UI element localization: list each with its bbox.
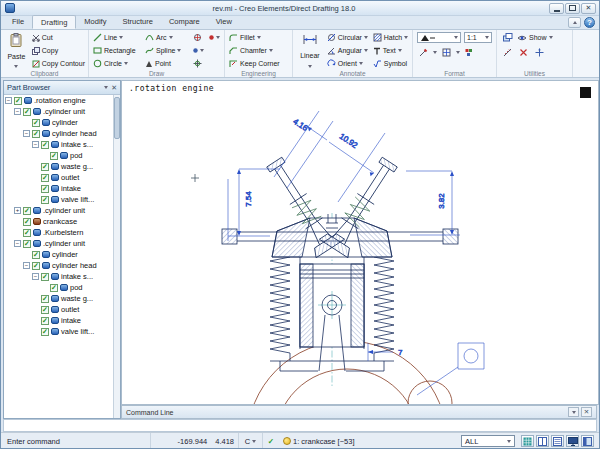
tree-item-label[interactable]: waste g...: [61, 162, 93, 171]
paste-button[interactable]: Paste: [5, 32, 28, 69]
linear-dimension-button[interactable]: Linear: [297, 32, 323, 69]
line-button[interactable]: Line: [93, 32, 141, 43]
snap-point-button[interactable]: [207, 32, 220, 43]
layers-button[interactable]: [501, 32, 514, 43]
tree-item-label[interactable]: intake s...: [61, 140, 93, 149]
tree-expander-icon[interactable]: −: [14, 108, 21, 115]
visibility-checkbox[interactable]: ✓: [41, 196, 49, 204]
visibility-checkbox[interactable]: ✓: [23, 240, 31, 248]
tree-item-label[interactable]: .rotation engine: [34, 96, 86, 105]
tree-item[interactable]: −✓cylinder head: [4, 128, 113, 139]
tree-item-label[interactable]: cylinder: [52, 250, 78, 259]
tree-item[interactable]: −✓.rotation engine: [4, 95, 113, 106]
move-button[interactable]: [533, 47, 546, 58]
monitor-button[interactable]: [566, 435, 579, 447]
tree-item-label[interactable]: pod: [70, 151, 83, 160]
tab-view[interactable]: View: [208, 15, 240, 29]
tree-item-label[interactable]: valve lift...: [61, 195, 94, 204]
tree-item[interactable]: −✓cylinder head: [4, 260, 113, 271]
tree-item[interactable]: ✓intake: [4, 183, 113, 194]
tree-item[interactable]: ✓waste g...: [4, 161, 113, 172]
panel-close-icon[interactable]: ✕: [111, 84, 117, 92]
visibility-checkbox[interactable]: ✓: [14, 97, 22, 105]
crosshair-button[interactable]: [191, 58, 204, 69]
dimension-7-54[interactable]: 7.54: [244, 191, 253, 207]
close-button[interactable]: ✕: [581, 3, 596, 14]
tab-drafting[interactable]: Drafting: [32, 15, 76, 29]
tree-item[interactable]: ✓crankcase: [4, 216, 113, 227]
visibility-checkbox[interactable]: ✓: [41, 174, 49, 182]
chamfer-button[interactable]: Chamfer: [229, 45, 289, 56]
tree-item[interactable]: ✓valve lift...: [4, 326, 113, 337]
visibility-checkbox[interactable]: ✓: [32, 119, 40, 127]
tree-item-label[interactable]: outlet: [61, 305, 79, 314]
sheet-badge[interactable]: [580, 87, 591, 98]
tree-item[interactable]: −✓.cylinder unit: [4, 238, 113, 249]
hatch-button[interactable]: Hatch: [373, 32, 409, 43]
tree-expander-icon[interactable]: −: [23, 262, 30, 269]
visibility-checkbox[interactable]: ✓: [50, 152, 58, 160]
dimension-7[interactable]: 7: [398, 348, 403, 357]
visibility-checkbox[interactable]: ✓: [50, 284, 58, 292]
show-filter-dropdown[interactable]: ALL: [461, 435, 515, 447]
tree-expander-icon[interactable]: −: [32, 141, 39, 148]
tree-item-label[interactable]: pod: [70, 283, 83, 292]
visibility-checkbox[interactable]: ✓: [41, 163, 49, 171]
visibility-checkbox[interactable]: ✓: [32, 130, 40, 138]
tree-item[interactable]: −✓intake s...: [4, 139, 113, 150]
circular-dimension-button[interactable]: Circular: [327, 32, 369, 43]
visibility-checkbox[interactable]: ✓: [41, 273, 49, 281]
cut-button[interactable]: Cut: [32, 32, 85, 43]
visibility-checkbox[interactable]: ✓: [23, 108, 31, 116]
tree-item-label[interactable]: intake: [61, 316, 81, 325]
minimize-button[interactable]: [549, 3, 564, 14]
tree-item[interactable]: −✓.cylinder unit: [4, 106, 113, 117]
rectangle-button[interactable]: Rectangle: [93, 45, 141, 56]
tree-item-label[interactable]: intake s...: [61, 272, 93, 281]
orient-button[interactable]: Orient: [327, 58, 369, 69]
tree-item[interactable]: ✓valve lift...: [4, 194, 113, 205]
arrow-style-dropdown[interactable]: [417, 32, 461, 43]
point-button[interactable]: Point: [145, 58, 187, 69]
tree-item-label[interactable]: cylinder head: [52, 261, 97, 270]
tab-file[interactable]: File: [4, 15, 32, 29]
measure-button[interactable]: [501, 47, 514, 58]
visibility-checkbox[interactable]: ✓: [23, 207, 31, 215]
help-button[interactable]: ?: [584, 17, 595, 28]
tree-item[interactable]: ✓pod: [4, 282, 113, 293]
symbol-button[interactable]: Symbol: [373, 58, 409, 69]
tree-item-label[interactable]: .cylinder unit: [43, 107, 85, 116]
visibility-checkbox[interactable]: ✓: [23, 229, 31, 237]
show-button[interactable]: Show: [517, 32, 553, 43]
scale-dropdown[interactable]: 1:1: [464, 32, 492, 43]
tree-expander-icon[interactable]: −: [14, 240, 21, 247]
pen-color-button[interactable]: [417, 47, 430, 58]
scrollbar-thumb[interactable]: [114, 97, 120, 139]
visibility-checkbox[interactable]: ✓: [32, 251, 40, 259]
tree-item[interactable]: ✓cylinder: [4, 117, 113, 128]
tree-item[interactable]: ✓.Kurbelstern: [4, 227, 113, 238]
visibility-checkbox[interactable]: ✓: [41, 141, 49, 149]
panel-menu-icon[interactable]: [104, 86, 108, 89]
tree-item-label[interactable]: .cylinder unit: [43, 239, 85, 248]
visibility-checkbox[interactable]: ✓: [41, 317, 49, 325]
visibility-checkbox[interactable]: ✓: [32, 262, 40, 270]
tree-item[interactable]: ✓intake: [4, 315, 113, 326]
tab-modify[interactable]: Modify: [76, 15, 114, 29]
arc-button[interactable]: Arc: [145, 32, 187, 43]
circle-button[interactable]: Circle: [93, 58, 141, 69]
tree-item-label[interactable]: .Kurbelstern: [43, 228, 83, 237]
visibility-checkbox[interactable]: ✓: [41, 185, 49, 193]
command-line-close-button[interactable]: ✕: [581, 407, 592, 417]
active-part-cell[interactable]: 1: crankcase [~53]: [279, 433, 359, 449]
visibility-checkbox[interactable]: ✓: [41, 328, 49, 336]
dimension-3-82[interactable]: 3.82: [437, 193, 446, 209]
copy-button[interactable]: Copy: [32, 45, 85, 56]
split-view-button[interactable]: [536, 435, 549, 447]
tree-item[interactable]: ✓outlet: [4, 304, 113, 315]
angular-dimension-button[interactable]: Angular: [327, 45, 369, 56]
tab-structure[interactable]: Structure: [114, 15, 160, 29]
line-color-button[interactable]: [440, 47, 453, 58]
dimension-4-16[interactable]: 4.16: [291, 117, 309, 133]
tree-expander-icon[interactable]: −: [23, 130, 30, 137]
